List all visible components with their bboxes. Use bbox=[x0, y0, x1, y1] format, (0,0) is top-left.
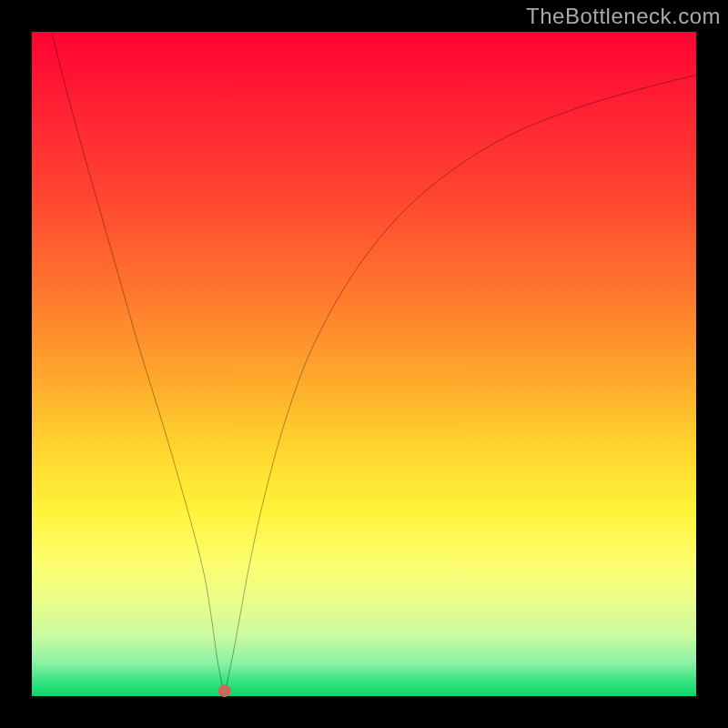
watermark-text: TheBottleneck.com bbox=[526, 4, 721, 29]
optimum-marker bbox=[218, 684, 231, 697]
chart-svg bbox=[32, 32, 696, 696]
bottleneck-curve bbox=[52, 32, 696, 691]
chart-frame: TheBottleneck.com bbox=[0, 0, 728, 728]
